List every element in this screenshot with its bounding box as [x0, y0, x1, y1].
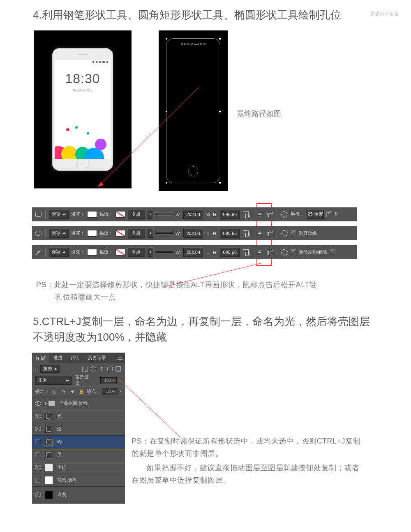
align-icon[interactable]	[256, 249, 264, 256]
stroke-swatch[interactable]	[115, 230, 125, 237]
layer-row-shell[interactable]: 壳	[32, 436, 125, 448]
stroke-style-preview[interactable]	[156, 251, 173, 253]
align-edges-checkbox[interactable]	[326, 211, 332, 217]
align-edges-partial-label: 对	[335, 211, 339, 217]
bg-thumb-icon	[45, 491, 53, 499]
layer-row-edge[interactable]: 边	[32, 423, 125, 436]
height-input[interactable]: 695.66	[220, 248, 240, 257]
tab-layers[interactable]: 图层	[32, 353, 49, 363]
svg-point-3	[207, 232, 209, 235]
shape-mode-dropdown[interactable]: 形状◂▸	[49, 210, 69, 219]
visibility-toggle[interactable]	[34, 410, 42, 423]
fill-swatch[interactable]	[87, 249, 97, 256]
visibility-toggle[interactable]	[34, 423, 42, 435]
visibility-toggle[interactable]	[34, 397, 42, 410]
lock-move-icon[interactable]: ✥	[69, 388, 76, 395]
filter-adjust-icon[interactable]	[90, 365, 97, 373]
filter-type-dropdown[interactable]: 类型◂▸	[40, 365, 60, 373]
align-edges-label: 对齐边缘	[299, 230, 317, 236]
shape-mode-dropdown[interactable]: 形状◂▸	[49, 248, 69, 257]
visibility-toggle[interactable]	[34, 461, 42, 474]
ps-note-step4: PS：此处一定要选择修剪形状，快捷键是按住ALT再画形状，鼠标点击后松开ALT键…	[36, 279, 357, 304]
step4-heading: 4.利用钢笔形状工具、圆角矩形形状工具、椭圆形状工具绘制孔位	[33, 7, 370, 23]
layer-row-bgcopy[interactable]: 背景 副本	[32, 474, 125, 487]
visibility-toggle[interactable]	[34, 487, 42, 503]
radius-input[interactable]: 25 像素	[307, 210, 324, 219]
stroke-label: 描边：	[99, 211, 113, 217]
shape-mode-dropdown[interactable]: 形状◂▸	[49, 229, 69, 238]
panel-menu-icon[interactable]	[117, 355, 123, 360]
link-wh-icon[interactable]	[206, 250, 210, 255]
blend-mode-dropdown[interactable]: 正常◂▸	[35, 376, 72, 385]
height-input[interactable]: 695.66	[220, 210, 240, 219]
width-input[interactable]: 202.84	[183, 248, 203, 257]
layer-row-screen[interactable]: 屏	[32, 448, 125, 461]
fill-opacity-input[interactable]: 100%	[102, 388, 118, 395]
layer-row-background[interactable]: 背景	[32, 487, 125, 504]
layers-panel: 图层 通道 路径 历史记录 ρ 类型◂▸ T 正常◂▸ 不透明度：	[32, 353, 125, 504]
trailing-checkbox[interactable]	[330, 249, 335, 255]
height-input[interactable]: 695.66	[220, 229, 240, 238]
shape-thumb-icon	[45, 425, 53, 433]
phone-time: 18:30	[55, 71, 111, 86]
stroke-width-input[interactable]: 3 点	[128, 248, 145, 257]
stroke-swatch[interactable]	[115, 211, 125, 218]
tab-paths[interactable]: 路径	[67, 353, 84, 363]
gear-icon[interactable]	[281, 230, 288, 237]
link-wh-icon[interactable]	[206, 212, 210, 217]
visibility-toggle[interactable]	[34, 436, 42, 448]
ps-note-step5: PS：在复制时需保证所有形状选中，或均未选中，否则CTRL+J复制的就是单个形状…	[132, 435, 362, 487]
align-icon[interactable]	[256, 211, 264, 218]
toolbar-row-ellipse: 形状◂▸ 填充： 描边： 3 点 ▾ W: 202.84 H: 695.66 对…	[32, 226, 357, 240]
fill-swatch[interactable]	[87, 230, 97, 237]
lock-paint-icon[interactable]: ✎	[60, 388, 67, 395]
stroke-arrow[interactable]: ▾	[148, 210, 153, 219]
filter-type-icon[interactable]: T	[98, 365, 105, 373]
tab-channels[interactable]: 通道	[49, 353, 67, 363]
opacity-input[interactable]: 100%	[100, 377, 117, 383]
shape-thumb-icon	[45, 438, 53, 446]
pen-tool-icon	[35, 249, 42, 256]
image-thumb-icon	[45, 463, 53, 472]
stroke-style-preview[interactable]	[156, 213, 173, 216]
layer-row-light[interactable]: 光	[32, 410, 125, 423]
phone-date: 10月21日周三	[55, 88, 111, 93]
lock-trans-icon[interactable]	[51, 388, 58, 395]
stroke-width-input[interactable]: 3 点	[128, 210, 145, 219]
path-ops-icon[interactable]	[242, 249, 249, 256]
width-input[interactable]: 202.84	[183, 229, 203, 238]
gear-icon[interactable]	[281, 211, 288, 218]
fill-opacity-label: 填充：	[87, 388, 100, 395]
arrange-icon[interactable]	[266, 249, 274, 256]
align-edges-checkbox[interactable]	[291, 230, 296, 236]
layer-row-group[interactable]: 产品侧面 位移	[32, 397, 125, 410]
ellipse-tool-icon	[35, 230, 42, 237]
visibility-toggle[interactable]	[34, 448, 42, 461]
stroke-swatch[interactable]	[115, 249, 125, 256]
arrange-icon[interactable]	[266, 230, 274, 237]
stroke-width-input[interactable]: 3 点	[128, 229, 145, 238]
filter-image-icon[interactable]	[81, 365, 89, 373]
gear-icon[interactable]	[281, 249, 288, 256]
fill-swatch[interactable]	[87, 211, 97, 218]
width-input[interactable]: 202.84	[183, 210, 203, 219]
filter-shape-icon[interactable]	[106, 365, 113, 373]
align-icon[interactable]	[256, 230, 264, 237]
svg-line-5	[118, 378, 180, 437]
arrange-icon[interactable]	[266, 211, 274, 218]
h-label: H:	[213, 212, 217, 217]
path-ops-icon[interactable]	[242, 230, 249, 237]
filter-smart-icon[interactable]	[114, 365, 122, 373]
folder-icon	[48, 401, 55, 406]
stroke-style-preview[interactable]	[156, 232, 173, 235]
tab-history[interactable]: 历史记录	[84, 353, 110, 363]
autoadd-checkbox[interactable]	[291, 249, 296, 255]
link-wh-icon[interactable]	[206, 231, 210, 236]
lock-all-icon[interactable]: 🔒	[78, 388, 85, 395]
layer-row-phone[interactable]: 手机	[32, 461, 125, 474]
fill-label: 填充：	[71, 211, 85, 217]
visibility-toggle[interactable]	[34, 474, 42, 486]
toolbar-row-roundrect: 形状◂▸ 填充： 描边： 3 点 ▾ W: 202.84 H: 695.66 半…	[32, 207, 357, 221]
autoadd-label: 自动添加/删除	[299, 249, 327, 255]
path-ops-icon[interactable]	[242, 211, 249, 218]
